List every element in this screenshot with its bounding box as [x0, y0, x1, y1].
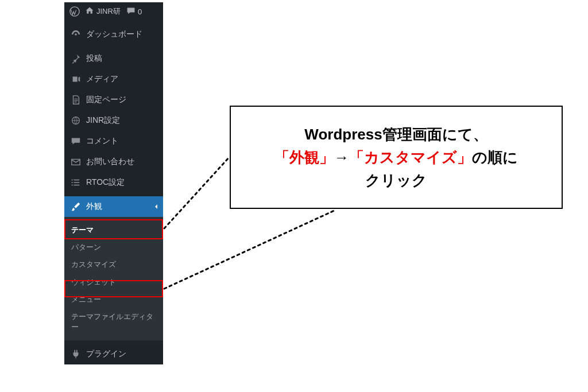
sidebar-item-rtoc[interactable]: RTOC設定: [64, 172, 163, 193]
sidebar-item-posts[interactable]: 投稿: [64, 48, 163, 69]
submenu-item-customize[interactable]: カスタマイズ: [64, 256, 163, 273]
sidebar-item-contact[interactable]: お問い合わせ: [64, 152, 163, 172]
svg-line-9: [164, 210, 335, 289]
callout-arrow: →: [334, 149, 349, 166]
home-icon[interactable]: [85, 6, 94, 17]
comment-count: 0: [138, 7, 142, 16]
submenu-item-editor[interactable]: テーマファイルエディター: [64, 308, 163, 336]
sidebar-item-label: コメント: [86, 136, 118, 146]
submenu-item-patterns[interactable]: パターン: [64, 239, 163, 256]
sidebar-item-label: プラグイン: [86, 349, 126, 359]
comments-icon: [70, 135, 82, 147]
sidebar-item-label: お問い合わせ: [86, 157, 134, 167]
dashboard-icon: [70, 29, 82, 40]
sidebar-item-label: 外観: [86, 201, 102, 212]
brush-icon: [70, 201, 82, 212]
sidebar-item-label: メディア: [86, 74, 118, 84]
mail-icon: [70, 156, 82, 168]
svg-point-6: [72, 182, 73, 183]
sidebar-item-media[interactable]: メディア: [64, 69, 163, 90]
sidebar-item-label: JINR設定: [86, 115, 120, 126]
sidebar-item-label: ダッシュボード: [86, 29, 142, 40]
wordpress-logo-icon[interactable]: [69, 6, 80, 17]
sidebar-item-dashboard[interactable]: ダッシュボード: [64, 24, 163, 45]
submenu-item-menu[interactable]: メニュー: [64, 291, 163, 308]
sidebar-item-comments[interactable]: コメント: [64, 131, 163, 152]
svg-point-2: [74, 77, 75, 79]
sidebar-item-jinr[interactable]: JINR設定: [64, 110, 163, 131]
callout-customize-word: 「カスタマイズ」: [349, 149, 472, 166]
sidebar-item-pages[interactable]: 固定ページ: [64, 90, 163, 110]
pin-icon: [70, 53, 82, 64]
sidebar-item-label: RTOC設定: [86, 177, 125, 188]
callout-line2-tail: の順に: [472, 149, 518, 166]
submenu-item-themes[interactable]: テーマ: [64, 222, 163, 239]
callout-line3: クリック: [365, 172, 427, 189]
svg-point-1: [75, 33, 77, 36]
svg-point-5: [72, 179, 73, 180]
admin-bar: JINR研 0: [64, 2, 163, 21]
comment-icon[interactable]: [126, 6, 136, 17]
appearance-submenu: テーマ パターン カスタマイズ ウィジェット メニュー テーマファイルエディター: [64, 217, 163, 340]
svg-point-7: [72, 184, 73, 185]
list-icon: [70, 177, 82, 188]
instruction-callout: Wordpress管理画面にて、 「外観」→「カスタマイズ」の順に クリック: [230, 106, 563, 209]
plugin-icon: [70, 348, 82, 360]
sidebar-item-label: 固定ページ: [86, 95, 126, 105]
media-icon: [70, 73, 82, 85]
page-icon: [70, 94, 82, 106]
callout-text: Wordpress管理画面にて、 「外観」→「カスタマイズ」の順に クリック: [274, 123, 518, 192]
callout-appearance-word: 「外観」: [274, 149, 334, 166]
sidebar-item-plugins[interactable]: プラグイン: [64, 344, 163, 364]
jinr-icon: [70, 115, 82, 126]
svg-line-8: [164, 157, 230, 228]
admin-sidebar: ダッシュボード 投稿 メディア 固定ページ JINR設定 コメント: [64, 21, 163, 364]
site-name[interactable]: JINR研: [96, 6, 121, 17]
sidebar-item-appearance[interactable]: 外観: [64, 196, 163, 217]
callout-line1: Wordpress管理画面にて、: [304, 126, 488, 143]
sidebar-item-label: 投稿: [86, 53, 102, 64]
submenu-item-widgets[interactable]: ウィジェット: [64, 274, 163, 291]
